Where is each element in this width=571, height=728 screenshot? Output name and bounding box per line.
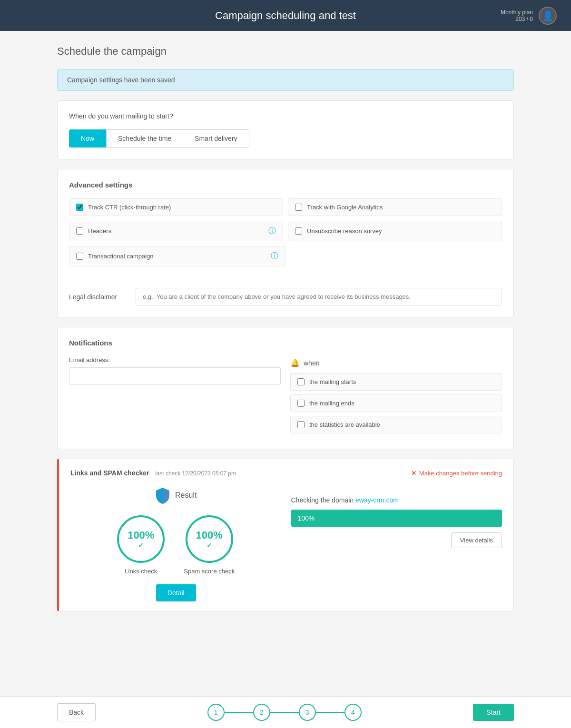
notification-mailing-starts: the mailing starts xyxy=(290,373,502,391)
transactional-label: Transactional campaign xyxy=(88,253,154,260)
step-line-1 xyxy=(225,712,253,713)
track-ctr-label: Track CTR (click-through rate) xyxy=(88,204,171,211)
notification-mailing-ends: the mailing ends xyxy=(290,394,502,412)
track-ga-label: Track with Google Analytics xyxy=(307,204,383,211)
when-header: 🔔 when xyxy=(290,358,502,367)
legal-input[interactable] xyxy=(136,288,502,305)
spam-score-item: 100% ✓ Spam score check xyxy=(184,515,235,575)
notification-statistics: the statistics are available xyxy=(290,416,502,433)
circles-row: 100% ✓ Links check 100% ✓ Spam score che… xyxy=(70,515,282,575)
step-4[interactable]: 4 xyxy=(345,704,362,721)
step-line-3 xyxy=(316,712,345,713)
spam-last-check: last check 12/20/2023 05:07 pm xyxy=(155,470,236,477)
advanced-options-grid: Track CTR (click-through rate) Track wit… xyxy=(69,198,502,241)
spam-title: Links and SPAM checker xyxy=(70,469,149,477)
progress-value: 100% xyxy=(298,514,315,522)
unsubscribe-option: Unsubscribe reason survey xyxy=(288,221,502,241)
when-section: 🔔 when the mailing starts the mailing en… xyxy=(290,356,502,437)
header: Campaign scheduling and test Monthly pla… xyxy=(0,0,571,31)
track-ga-option: Track with Google Analytics xyxy=(288,198,502,216)
steps-nav: 1 2 3 4 xyxy=(207,704,362,721)
step-2[interactable]: 2 xyxy=(253,704,270,721)
track-ctr-option: Track CTR (click-through rate) xyxy=(69,198,283,216)
footer-nav: Back 1 2 3 4 Start xyxy=(0,696,571,728)
statistics-label: the statistics are available xyxy=(309,421,380,428)
step-3[interactable]: 3 xyxy=(299,704,316,721)
mailing-starts-checkbox[interactable] xyxy=(297,378,305,385)
step-1[interactable]: 1 xyxy=(207,704,225,721)
spam-checker-card: Links and SPAM checker last check 12/20/… xyxy=(57,459,514,611)
view-details-button[interactable]: View details xyxy=(451,532,502,548)
x-icon: ✕ xyxy=(411,470,416,477)
schedule-button[interactable]: Schedule the time xyxy=(106,129,183,148)
email-input[interactable] xyxy=(69,367,281,385)
email-section: Email address: xyxy=(69,356,281,437)
domain-link[interactable]: eway-crm.com xyxy=(355,496,399,504)
links-check-value: 100% xyxy=(128,529,154,541)
result-label: Result xyxy=(175,491,197,500)
advanced-settings-title: Advanced settings xyxy=(69,181,502,189)
header-plan: Monthly plan 203 / 0 xyxy=(501,9,533,22)
headers-option: Headers ⓘ xyxy=(69,221,283,241)
make-changes-label: Make changes before sending xyxy=(419,470,502,477)
links-check-item: 100% ✓ Links check xyxy=(117,515,165,575)
view-details-area: View details xyxy=(291,527,502,548)
spam-header: Links and SPAM checker last check 12/20/… xyxy=(70,469,502,477)
notifications-title: Notifications xyxy=(69,339,502,347)
header-title: Campaign scheduling and test xyxy=(215,10,356,22)
detail-button[interactable]: Detail xyxy=(156,584,196,601)
domain-label: Checking the domain eway-crm.com xyxy=(291,496,502,504)
avatar: 👤 xyxy=(539,7,557,25)
step-2-label: 2 xyxy=(260,708,264,716)
statistics-checkbox[interactable] xyxy=(297,421,305,428)
spam-score-checkmark: ✓ xyxy=(207,541,212,549)
header-right: Monthly plan 203 / 0 👤 xyxy=(501,7,557,25)
links-check-checkmark: ✓ xyxy=(138,541,144,549)
unsubscribe-checkbox[interactable] xyxy=(295,227,302,235)
main-content: Schedule the campaign Campaign settings … xyxy=(0,31,571,688)
mailing-btn-group: Now Schedule the time Smart delivery xyxy=(69,129,502,148)
transactional-option: Transactional campaign ⓘ xyxy=(69,246,286,266)
spam-score-label: Spam score check xyxy=(184,568,235,575)
start-button[interactable]: Start xyxy=(473,704,514,721)
page-title: Schedule the campaign xyxy=(57,45,514,58)
spam-title-area: Links and SPAM checker last check 12/20/… xyxy=(70,469,236,477)
transactional-help-icon[interactable]: ⓘ xyxy=(271,251,278,261)
now-button[interactable]: Now xyxy=(69,129,106,148)
headers-label: Headers xyxy=(88,227,111,235)
mailing-starts-label: the mailing starts xyxy=(309,378,356,385)
track-ga-checkbox[interactable] xyxy=(295,204,302,211)
legal-disclaimer-row: Legal disclaimer xyxy=(69,278,502,305)
mailing-ends-label: the mailing ends xyxy=(309,400,354,407)
shield-icon xyxy=(155,487,170,504)
transactional-checkbox[interactable] xyxy=(76,253,83,260)
bell-icon: 🔔 xyxy=(290,358,300,367)
progress-bar: 100% xyxy=(291,510,502,527)
unsubscribe-label: Unsubscribe reason survey xyxy=(307,227,382,235)
alert-message: Campaign settings have been saved xyxy=(67,76,175,84)
links-check-label: Links check xyxy=(125,568,157,575)
headers-checkbox[interactable] xyxy=(76,227,83,235)
mailing-ends-checkbox[interactable] xyxy=(297,400,305,407)
spam-score-value: 100% xyxy=(196,529,223,541)
plan-usage: 203 / 0 xyxy=(501,16,533,22)
spam-body: Result 100% ✓ Links check 100% ✓ xyxy=(70,487,502,601)
smart-delivery-button[interactable]: Smart delivery xyxy=(183,129,249,148)
alert-banner: Campaign settings have been saved xyxy=(57,69,514,91)
plan-label: Monthly plan xyxy=(501,9,533,16)
when-label: when xyxy=(304,359,319,367)
domain-text: Checking the domain xyxy=(291,496,355,504)
make-changes-button[interactable]: ✕ Make changes before sending xyxy=(411,470,502,477)
back-button[interactable]: Back xyxy=(57,703,96,721)
headers-help-icon[interactable]: ⓘ xyxy=(268,226,276,236)
links-check-circle: 100% ✓ xyxy=(117,515,165,563)
email-label: Email address: xyxy=(69,356,281,364)
result-section: Result 100% ✓ Links check 100% ✓ xyxy=(70,487,282,601)
track-ctr-checkbox[interactable] xyxy=(76,204,83,211)
step-3-label: 3 xyxy=(305,708,309,716)
notifications-card: Notifications Email address: 🔔 when the … xyxy=(57,327,514,449)
step-1-label: 1 xyxy=(214,708,218,716)
domain-section: Checking the domain eway-crm.com 100% Vi… xyxy=(291,487,502,601)
legal-label: Legal disclaimer xyxy=(69,293,126,301)
mailing-start-card: When do you want mailing to start? Now S… xyxy=(57,100,514,159)
